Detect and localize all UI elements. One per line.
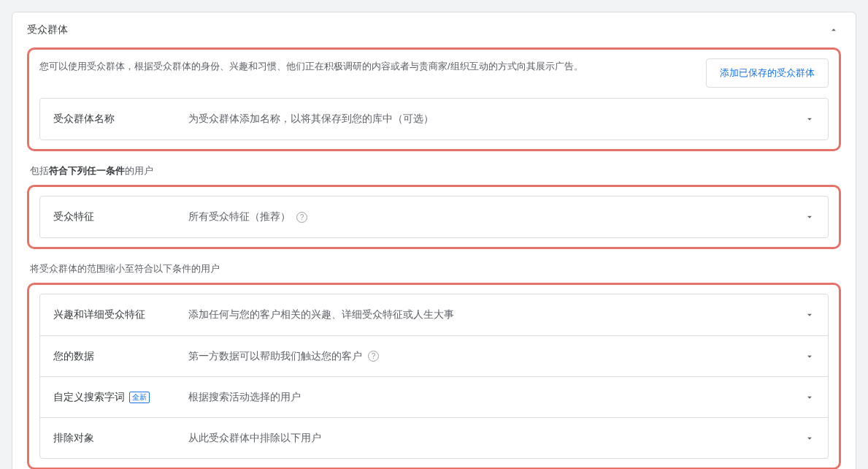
row-value: 第一方数据可以帮助我们触达您的客户 (188, 350, 804, 363)
label-prefix: 包括 (30, 165, 49, 176)
narrow-rows-container: 兴趣和详细受众特征添加任何与您的客户相关的兴趣、详细受众特征或人生大事您的数据第… (39, 294, 829, 459)
demographics-row[interactable]: 受众特征 所有受众特征（推荐） (40, 197, 828, 237)
row-value: 根据搜索活动选择的用户 (188, 391, 804, 404)
audience-name-container: 受众群体名称 为受众群体添加名称，以将其保存到您的库中（可选） (39, 98, 829, 140)
row-label: 自定义搜索字词全新 (53, 391, 188, 404)
row-label-text: 您的数据 (53, 350, 94, 363)
row-label: 排除对象 (53, 432, 188, 445)
row-label-text: 排除对象 (53, 432, 94, 445)
label-suffix: 的用户 (125, 165, 153, 176)
new-badge: 全新 (129, 392, 150, 403)
row-label: 兴趣和详细受众特征 (53, 308, 188, 321)
section-intro-highlight: 您可以使用受众群体，根据受众群体的身份、兴趣和习惯、他们正在积极调研的内容或者与… (27, 47, 841, 151)
audience-name-label: 受众群体名称 (53, 113, 188, 126)
audience-name-placeholder: 为受众群体添加名称，以将其保存到您的库中（可选） (188, 113, 804, 126)
section-narrow-highlight: 兴趣和详细受众特征添加任何与您的客户相关的兴趣、详细受众特征或人生大事您的数据第… (27, 283, 841, 469)
narrow-row[interactable]: 自定义搜索字词全新根据搜索活动选择的用户 (40, 376, 828, 417)
section-include-highlight: 受众特征 所有受众特征（推荐） (27, 185, 841, 249)
row-label-text: 自定义搜索字词 (53, 391, 125, 404)
narrow-row[interactable]: 您的数据第一方数据可以帮助我们触达您的客户 (40, 335, 828, 376)
intro-text: 您可以使用受众群体，根据受众群体的身份、兴趣和习惯、他们正在积极调研的内容或者与… (39, 58, 691, 75)
row-value: 添加任何与您的客户相关的兴趣、详细受众特征或人生大事 (188, 308, 804, 321)
demographics-label: 受众特征 (53, 210, 188, 224)
chevron-down-icon (804, 392, 815, 403)
row-value-text: 添加任何与您的客户相关的兴趣、详细受众特征或人生大事 (188, 308, 454, 321)
demographics-value-text: 所有受众特征（推荐） (188, 210, 291, 224)
row-value-text: 根据搜索活动选择的用户 (188, 391, 301, 404)
label-bold: 符合下列任一条件 (49, 165, 125, 176)
chevron-down-icon (804, 310, 815, 320)
help-icon[interactable] (368, 351, 379, 362)
collapse-icon (826, 23, 841, 37)
card-header[interactable]: 受众群体 (12, 12, 856, 47)
chevron-down-icon (804, 433, 815, 443)
chevron-down-icon (804, 351, 815, 362)
chevron-down-icon (804, 114, 815, 124)
card-body: 您可以使用受众群体，根据受众群体的身份、兴趣和习惯、他们正在积极调研的内容或者与… (12, 47, 856, 469)
row-value-text: 从此受众群体中排除以下用户 (188, 432, 321, 445)
include-section-label: 包括符合下列任一条件的用户 (30, 164, 838, 178)
demographics-value: 所有受众特征（推荐） (188, 210, 804, 224)
add-saved-audience-button[interactable]: 添加已保存的受众群体 (706, 58, 829, 88)
row-value: 从此受众群体中排除以下用户 (188, 432, 804, 445)
audience-card: 受众群体 您可以使用受众群体，根据受众群体的身份、兴趣和习惯、他们正在积极调研的… (12, 12, 856, 469)
row-label: 您的数据 (53, 350, 188, 363)
narrow-row[interactable]: 排除对象从此受众群体中排除以下用户 (40, 417, 828, 458)
chevron-down-icon (804, 212, 815, 222)
help-icon[interactable] (296, 212, 307, 223)
card-title: 受众群体 (27, 23, 68, 37)
narrow-section-label: 将受众群体的范围缩小至符合以下条件的用户 (30, 262, 838, 275)
row-label-text: 兴趣和详细受众特征 (53, 308, 145, 321)
intro-row: 您可以使用受众群体，根据受众群体的身份、兴趣和习惯、他们正在积极调研的内容或者与… (39, 58, 829, 88)
demographics-container: 受众特征 所有受众特征（推荐） (39, 196, 829, 238)
row-value-text: 第一方数据可以帮助我们触达您的客户 (188, 350, 362, 363)
audience-name-row[interactable]: 受众群体名称 为受众群体添加名称，以将其保存到您的库中（可选） (40, 99, 828, 140)
narrow-row[interactable]: 兴趣和详细受众特征添加任何与您的客户相关的兴趣、详细受众特征或人生大事 (40, 294, 828, 335)
